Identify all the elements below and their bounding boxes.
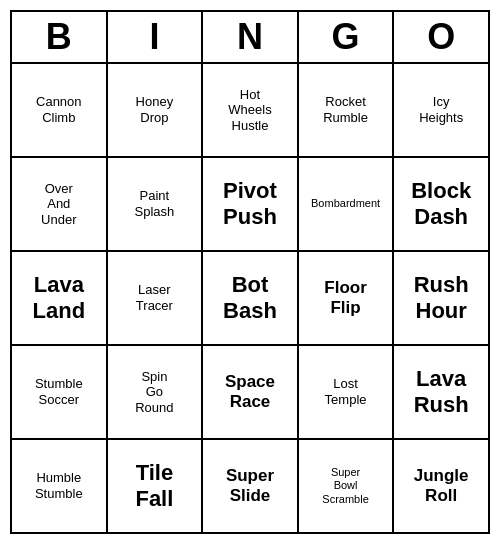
cell-label: HoneyDrop bbox=[136, 94, 174, 125]
cell-label: RocketRumble bbox=[323, 94, 368, 125]
bingo-cell: IcyHeights bbox=[394, 64, 488, 156]
bingo-card: BINGO CannonClimbHoneyDropHotWheelsHustl… bbox=[10, 10, 490, 534]
cell-label: FloorFlip bbox=[324, 278, 367, 319]
cell-label: TileFall bbox=[135, 460, 173, 513]
header-letter: I bbox=[108, 12, 204, 62]
bingo-header: BINGO bbox=[12, 12, 488, 64]
header-letter: B bbox=[12, 12, 108, 62]
bingo-cell: FloorFlip bbox=[299, 252, 395, 344]
cell-label: CannonClimb bbox=[36, 94, 82, 125]
bingo-row: OverAndUnderPaintSplashPivotPushBombardm… bbox=[12, 158, 488, 252]
bingo-cell: CannonClimb bbox=[12, 64, 108, 156]
cell-label: LavaRush bbox=[414, 366, 469, 419]
bingo-cell: PaintSplash bbox=[108, 158, 204, 250]
cell-label: SuperBowlScramble bbox=[322, 466, 368, 506]
bingo-grid: CannonClimbHoneyDropHotWheelsHustleRocke… bbox=[12, 64, 488, 532]
bingo-row: CannonClimbHoneyDropHotWheelsHustleRocke… bbox=[12, 64, 488, 158]
header-letter: N bbox=[203, 12, 299, 62]
cell-label: SpaceRace bbox=[225, 372, 275, 413]
cell-label: StumbleSoccer bbox=[35, 376, 83, 407]
bingo-row: StumbleSoccerSpinGoRoundSpaceRaceLostTem… bbox=[12, 346, 488, 440]
cell-label: PaintSplash bbox=[135, 188, 175, 219]
bingo-row: LavaLandLaserTracerBotBashFloorFlipRushH… bbox=[12, 252, 488, 346]
bingo-cell: SpaceRace bbox=[203, 346, 299, 438]
bingo-row: HumbleStumbleTileFallSuperSlideSuperBowl… bbox=[12, 440, 488, 532]
bingo-cell: RocketRumble bbox=[299, 64, 395, 156]
bingo-cell: Bombardment bbox=[299, 158, 395, 250]
cell-label: HumbleStumble bbox=[35, 470, 83, 501]
bingo-cell: SuperSlide bbox=[203, 440, 299, 532]
header-letter: O bbox=[394, 12, 488, 62]
bingo-cell: BlockDash bbox=[394, 158, 488, 250]
bingo-cell: LostTemple bbox=[299, 346, 395, 438]
cell-label: LavaLand bbox=[33, 272, 86, 325]
cell-label: RushHour bbox=[414, 272, 469, 325]
bingo-cell: StumbleSoccer bbox=[12, 346, 108, 438]
cell-label: SuperSlide bbox=[226, 466, 274, 507]
cell-label: JungleRoll bbox=[414, 466, 469, 507]
bingo-cell: LavaRush bbox=[394, 346, 488, 438]
cell-label: OverAndUnder bbox=[41, 181, 76, 228]
cell-label: PivotPush bbox=[223, 178, 277, 231]
cell-label: IcyHeights bbox=[419, 94, 463, 125]
bingo-cell: LavaLand bbox=[12, 252, 108, 344]
bingo-cell: HoneyDrop bbox=[108, 64, 204, 156]
bingo-cell: LaserTracer bbox=[108, 252, 204, 344]
cell-label: Bombardment bbox=[311, 197, 380, 210]
bingo-cell: SpinGoRound bbox=[108, 346, 204, 438]
cell-label: HotWheelsHustle bbox=[228, 87, 271, 134]
bingo-cell: RushHour bbox=[394, 252, 488, 344]
bingo-cell: TileFall bbox=[108, 440, 204, 532]
bingo-cell: SuperBowlScramble bbox=[299, 440, 395, 532]
bingo-cell: HumbleStumble bbox=[12, 440, 108, 532]
bingo-cell: HotWheelsHustle bbox=[203, 64, 299, 156]
cell-label: BlockDash bbox=[411, 178, 471, 231]
bingo-cell: PivotPush bbox=[203, 158, 299, 250]
bingo-cell: BotBash bbox=[203, 252, 299, 344]
header-letter: G bbox=[299, 12, 395, 62]
bingo-cell: JungleRoll bbox=[394, 440, 488, 532]
cell-label: LaserTracer bbox=[136, 282, 173, 313]
bingo-cell: OverAndUnder bbox=[12, 158, 108, 250]
cell-label: SpinGoRound bbox=[135, 369, 173, 416]
cell-label: BotBash bbox=[223, 272, 277, 325]
cell-label: LostTemple bbox=[325, 376, 367, 407]
